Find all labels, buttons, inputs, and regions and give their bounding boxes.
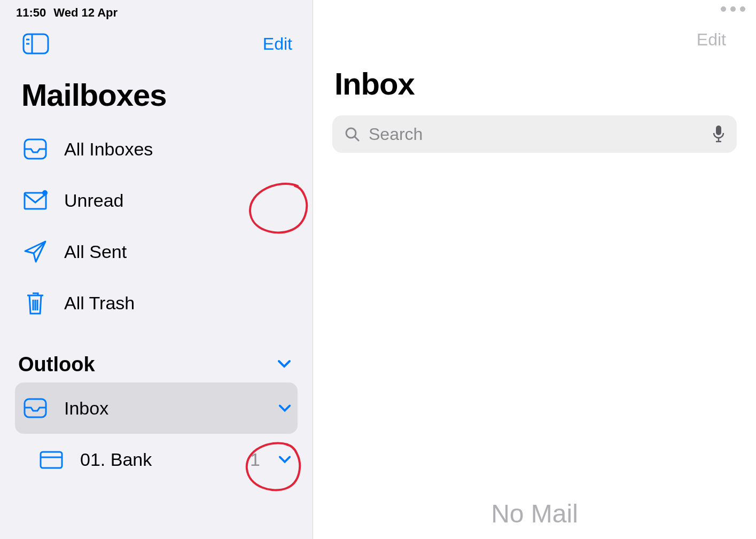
svg-line-7 (34, 241, 45, 253)
inbox-title: Inbox (313, 50, 756, 111)
inbox-tray-icon (21, 135, 49, 163)
microphone-icon[interactable] (711, 125, 726, 143)
inbox-tray-icon (21, 394, 49, 422)
folder-icon (37, 446, 65, 473)
search-bar[interactable] (332, 115, 737, 153)
sidebar-edit-button[interactable]: Edit (263, 34, 292, 54)
main-edit-button[interactable]: Edit (697, 30, 726, 50)
svg-point-6 (42, 190, 48, 196)
mailbox-all-trash[interactable]: All Trash (15, 277, 298, 329)
mailbox-label: Inbox (64, 398, 263, 419)
search-icon (343, 125, 361, 143)
unread-envelope-icon (21, 186, 49, 214)
status-date: Wed 12 Apr (53, 6, 118, 20)
chevron-down-icon[interactable] (278, 453, 291, 466)
mailbox-label: Unread (64, 190, 291, 211)
mailbox-all-inboxes[interactable]: All Inboxes (15, 123, 298, 175)
chevron-down-icon (277, 360, 291, 370)
account-inbox[interactable]: Inbox (15, 382, 298, 434)
trash-icon (21, 289, 49, 317)
window-dots-icon (721, 6, 745, 12)
account-section-header[interactable]: Outlook (0, 329, 313, 382)
svg-line-15 (355, 137, 358, 140)
svg-rect-12 (41, 452, 62, 468)
svg-rect-5 (25, 193, 46, 209)
empty-state: No Mail (313, 153, 756, 539)
mailbox-label: All Sent (64, 241, 291, 262)
folder-bank[interactable]: 01. Bank 1 (15, 434, 298, 485)
search-input[interactable] (369, 124, 704, 144)
mailboxes-title: Mailboxes (0, 61, 313, 123)
paperplane-icon (21, 238, 49, 265)
sidebar-toggle-icon[interactable] (21, 32, 50, 56)
svg-rect-16 (716, 126, 721, 135)
chevron-down-icon[interactable] (278, 402, 291, 415)
status-time: 11:50 (16, 6, 46, 20)
folder-label: 01. Bank (80, 449, 235, 470)
message-list-pane: Edit Inbox No Mail (313, 0, 756, 539)
folder-count: 1 (250, 449, 260, 470)
mailboxes-sidebar: 11:50 Wed 12 Apr Edit Mailboxes (0, 0, 313, 539)
mailbox-label: All Inboxes (64, 139, 291, 160)
mailbox-unread[interactable]: Unread (15, 175, 298, 226)
mailbox-label: All Trash (64, 293, 291, 314)
status-bar: 11:50 Wed 12 Apr (0, 0, 313, 21)
empty-state-text: No Mail (491, 499, 578, 528)
account-name: Outlook (18, 353, 95, 376)
mailbox-all-sent[interactable]: All Sent (15, 226, 298, 277)
